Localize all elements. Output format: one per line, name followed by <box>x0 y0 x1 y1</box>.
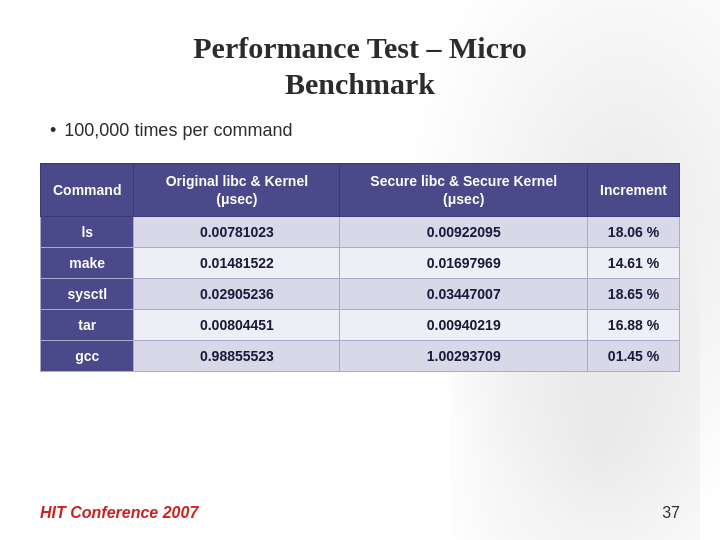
cell-secure: 0.00922095 <box>340 217 588 248</box>
cell-increment: 18.06 % <box>588 217 680 248</box>
table-row: make0.014815220.0169796914.61 % <box>41 248 680 279</box>
cell-original: 0.02905236 <box>134 279 340 310</box>
table-row: tar0.008044510.0094021916.88 % <box>41 310 680 341</box>
table-header-row: Command Original libc & Kernel (μsec) Se… <box>41 164 680 217</box>
cell-secure: 0.03447007 <box>340 279 588 310</box>
cell-command: make <box>41 248 134 279</box>
cell-increment: 01.45 % <box>588 341 680 372</box>
col-increment: Increment <box>588 164 680 217</box>
page-title: Performance Test – Micro Benchmark <box>40 30 680 102</box>
cell-increment: 14.61 % <box>588 248 680 279</box>
benchmark-table: Command Original libc & Kernel (μsec) Se… <box>40 163 680 372</box>
cell-original: 0.00781023 <box>134 217 340 248</box>
bullet-icon: • <box>50 120 56 140</box>
cell-increment: 18.65 % <box>588 279 680 310</box>
page-number: 37 <box>662 504 680 522</box>
col-command: Command <box>41 164 134 217</box>
col-secure: Secure libc & Secure Kernel (μsec) <box>340 164 588 217</box>
cell-original: 0.98855523 <box>134 341 340 372</box>
cell-secure: 0.01697969 <box>340 248 588 279</box>
cell-secure: 1.00293709 <box>340 341 588 372</box>
table-row: ls0.007810230.0092209518.06 % <box>41 217 680 248</box>
table-row: gcc0.988555231.0029370901.45 % <box>41 341 680 372</box>
subtitle: •100,000 times per command <box>40 120 680 141</box>
main-content: Performance Test – Micro Benchmark •100,… <box>0 0 720 392</box>
cell-original: 0.00804451 <box>134 310 340 341</box>
cell-original: 0.01481522 <box>134 248 340 279</box>
col-original: Original libc & Kernel (μsec) <box>134 164 340 217</box>
cell-command: gcc <box>41 341 134 372</box>
brand-label: HIT Conference 2007 <box>40 504 198 522</box>
cell-command: ls <box>41 217 134 248</box>
cell-command: sysctl <box>41 279 134 310</box>
cell-secure: 0.00940219 <box>340 310 588 341</box>
table-row: sysctl0.029052360.0344700718.65 % <box>41 279 680 310</box>
cell-command: tar <box>41 310 134 341</box>
cell-increment: 16.88 % <box>588 310 680 341</box>
